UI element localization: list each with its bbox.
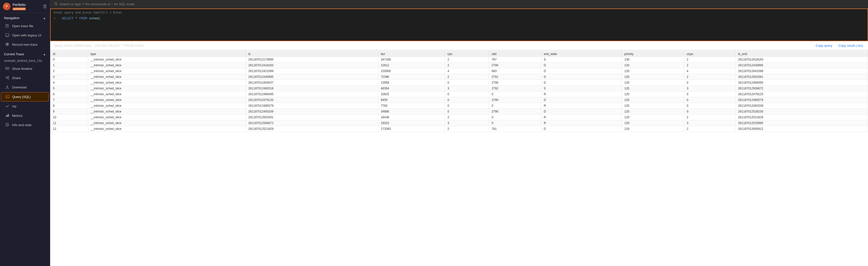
table-row: 7__intrinsic_sched_slice2611870124791206… — [51, 97, 868, 103]
table-cell: 261187012521829 — [736, 114, 868, 120]
table-cell: 0 — [684, 91, 736, 97]
table-cell: 0 — [684, 97, 736, 103]
table-row: 2__intrinsic_sched_slice2611870124210992… — [51, 68, 868, 74]
copy-result-button[interactable]: Copy result (.tsv) — [837, 43, 864, 48]
sidebar-item-query-sql[interactable]: Query (SQL) — [1, 92, 49, 102]
line-number: 1 — [54, 17, 58, 20]
table-cell: 261187012521829 — [246, 126, 378, 132]
table-cell: 261187012468495 — [246, 91, 378, 97]
search-input[interactable] — [60, 2, 160, 6]
table-cell: D — [541, 126, 622, 132]
table-cell: 4 — [51, 80, 88, 86]
table-cell: 261187012454537 — [246, 80, 378, 86]
table-cell: 120 — [622, 114, 684, 120]
svg-rect-1 — [5, 34, 9, 36]
sql-code: SELECT * FROM sched; — [62, 17, 101, 20]
sidebar-item-open-legacy-ui[interactable]: Open with legacy UI — [1, 31, 49, 40]
table-row: 8__intrinsic_sched_slice2611870124855797… — [51, 103, 868, 109]
table-cell: 8 — [51, 103, 88, 109]
table-cell: 2791 — [489, 74, 541, 80]
table-cell: 0 — [684, 80, 736, 86]
table-cell: __intrinsic_sched_slice — [88, 126, 246, 132]
result-actions: Copy query Copy result (.tsv) — [814, 43, 864, 48]
table-cell: 120 — [622, 68, 684, 74]
table-cell: 2 — [684, 114, 736, 120]
table-cell: 2 — [445, 74, 489, 80]
table-cell: 130 — [622, 57, 684, 62]
table-cell: 120 — [622, 91, 684, 97]
open-legacy-ui-label: Open with legacy UI — [12, 33, 41, 37]
col-header-ucpu: ucpu — [684, 51, 736, 57]
table-cell: R — [541, 114, 622, 120]
table-cell: 0 — [489, 103, 541, 109]
table-cell: 261187012493339 — [736, 103, 868, 109]
svg-point-6 — [6, 77, 7, 78]
sidebar-item-record-new-trace[interactable]: Record new trace — [1, 40, 49, 49]
download-icon — [5, 85, 9, 90]
table-cell: 261187012421099 — [246, 68, 378, 74]
table-cell: 767 — [489, 57, 541, 62]
col-header-ts-end: ts_end — [736, 51, 868, 57]
current-trace-chevron-icon[interactable]: ▲ — [43, 53, 46, 56]
app-name: Perfetto — [12, 2, 26, 7]
sidebar-item-download[interactable]: Download — [1, 83, 49, 92]
sql-editor[interactable]: Enter query and press Cmd/Ctrl + Enter 1… — [50, 8, 868, 41]
table-cell: 120 — [622, 62, 684, 68]
table-cell: 261187012170995 — [246, 57, 378, 62]
share-icon — [5, 76, 9, 80]
table-cell: D — [541, 80, 622, 86]
sidebar-item-info-and-stats[interactable]: Info and stats — [1, 121, 49, 129]
sidebar-item-open-trace-file[interactable]: Open trace file — [1, 22, 49, 30]
sidebar-item-viz[interactable]: Viz — [1, 102, 49, 111]
table-cell: R — [541, 91, 622, 97]
table-cell: __intrinsic_sched_slice — [88, 80, 246, 86]
hamburger-icon[interactable]: ☰ — [43, 4, 47, 9]
table-cell: __intrinsic_sched_slice — [88, 74, 246, 80]
table-cell: S — [541, 57, 622, 62]
table-cell: 2 — [684, 126, 736, 132]
table-cell: D — [541, 74, 622, 80]
query-result-title-text: Query result (10000 rows) - 165.3ms — [54, 44, 107, 48]
table-cell: 11 — [51, 120, 88, 126]
table-cell: 0 — [684, 103, 736, 109]
table-cell: 0 — [684, 109, 736, 114]
table-cell: 46354 — [378, 86, 445, 91]
table-cell: __intrinsic_sched_slice — [88, 103, 246, 109]
table-cell: 120 — [622, 103, 684, 109]
table-row: 6__intrinsic_sched_slice2611870124684951… — [51, 91, 868, 97]
copy-query-button[interactable]: Copy query — [814, 43, 833, 48]
table-cell: 10 — [51, 114, 88, 120]
query-result-sql: SELECT * FROM sched; — [108, 44, 144, 48]
table-cell: 19323 — [378, 120, 445, 126]
table-cell: 247188 — [378, 57, 445, 62]
navigation-chevron-icon[interactable]: ▲ — [43, 16, 46, 20]
table-cell: 261187012641099 — [736, 68, 868, 74]
table-cell: 6 — [51, 91, 88, 97]
table-cell: 3 — [445, 86, 489, 91]
table-cell: 261187012506672 — [246, 120, 378, 126]
svg-rect-9 — [6, 115, 6, 117]
sql-table-name: sched; — [89, 17, 101, 20]
table-cell: 0 — [445, 103, 489, 109]
table-cell: 6459 — [378, 97, 445, 103]
table-cell: 261187012693912 — [736, 126, 868, 132]
table-cell: 261187012460318 — [246, 86, 378, 91]
sidebar-item-share[interactable]: Share — [1, 74, 49, 82]
table-cell: __intrinsic_sched_slice — [88, 120, 246, 126]
share-label: Share — [12, 76, 21, 80]
table-row: 11__intrinsic_sched_slice261187012506672… — [51, 120, 868, 126]
sidebar-header: P Perfetto AUTOPUSH ☰ — [0, 0, 50, 13]
table-cell: 0 — [489, 120, 541, 126]
query-result-header: Query result (10000 rows) - 165.3ms SELE… — [50, 41, 868, 50]
sidebar-item-show-timeline[interactable]: Show timeline — [1, 64, 49, 73]
table-cell: 761 — [489, 126, 541, 132]
navigation-label: Navigation — [4, 16, 19, 20]
query-result-title: Query result (10000 rows) - 165.3ms SELE… — [54, 44, 144, 48]
table-cell: S — [541, 86, 622, 91]
table-cell: 0 — [445, 97, 489, 103]
table-cell: 0 — [51, 57, 88, 62]
info-and-stats-label: Info and stats — [12, 123, 32, 127]
result-table-header: id type ts dur cpu utid end_state priori… — [51, 51, 868, 57]
sidebar-item-metrics[interactable]: Metrics — [1, 111, 49, 120]
table-cell: 3 — [684, 120, 736, 126]
